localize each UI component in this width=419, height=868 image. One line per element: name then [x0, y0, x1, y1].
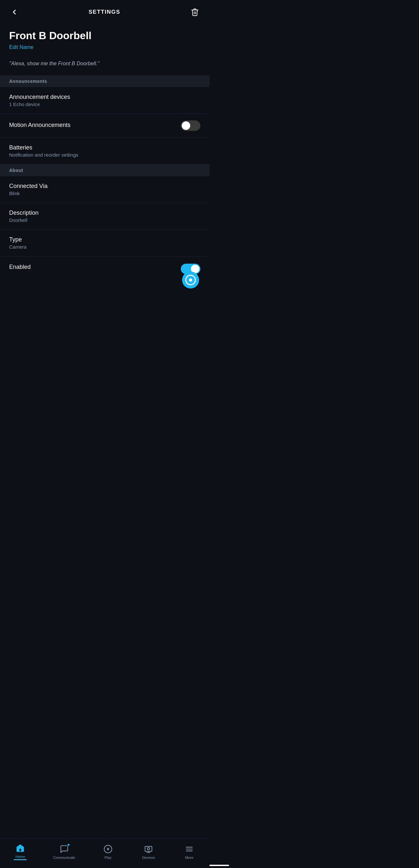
batteries-title: Batteries: [9, 144, 78, 151]
announcement-devices-subtitle: 1 Echo device: [9, 101, 70, 107]
back-arrow-icon: [10, 8, 18, 16]
enabled-circle-icon: [182, 272, 199, 288]
list-item-announcement-devices[interactable]: Announcement devices 1 Echo device: [0, 87, 210, 114]
batteries-subtitle: Notification and reorder settings: [9, 152, 78, 158]
edit-name-link[interactable]: Edit Name: [9, 44, 34, 50]
list-item-motion-announcements[interactable]: Motion Announcements: [0, 114, 210, 138]
connected-via-title: Connected Via: [9, 183, 48, 190]
enabled-inner-circle: [185, 275, 196, 285]
motion-announcements-toggle[interactable]: [181, 120, 200, 131]
page-title: SETTINGS: [88, 9, 120, 16]
connected-via-subtitle: Blink: [9, 191, 48, 196]
enabled-toggle-wrapper[interactable]: [181, 264, 200, 288]
list-item-description: Description Doorbell: [0, 203, 210, 230]
trash-icon: [190, 8, 199, 16]
section-header-announcements: Announcements: [0, 75, 210, 87]
section-header-about: About: [0, 164, 210, 176]
motion-toggle-thumb: [182, 121, 190, 130]
type-subtitle: Camera: [9, 244, 26, 250]
enabled-title: Enabled: [9, 264, 31, 271]
delete-button[interactable]: [189, 6, 200, 18]
list-item-type: Type Camera: [0, 230, 210, 256]
description-subtitle: Doorbell: [9, 217, 38, 223]
device-name: Front B Doorbell: [9, 29, 200, 42]
back-button[interactable]: [9, 7, 20, 17]
motion-announcements-title: Motion Announcements: [9, 122, 70, 129]
list-item-connected-via: Connected Via Blink: [0, 176, 210, 203]
type-title: Type: [9, 236, 26, 243]
announcement-devices-title: Announcement devices: [9, 94, 70, 100]
list-item-enabled[interactable]: Enabled: [0, 256, 210, 295]
header: SETTINGS: [0, 0, 210, 23]
motion-toggle-track[interactable]: [181, 120, 200, 131]
description-title: Description: [9, 210, 38, 216]
alexa-hint: "Alexa, show me the Front B Doorbell.": [0, 54, 210, 75]
device-section: Front B Doorbell Edit Name: [0, 23, 210, 54]
list-item-batteries[interactable]: Batteries Notification and reorder setti…: [0, 138, 210, 164]
